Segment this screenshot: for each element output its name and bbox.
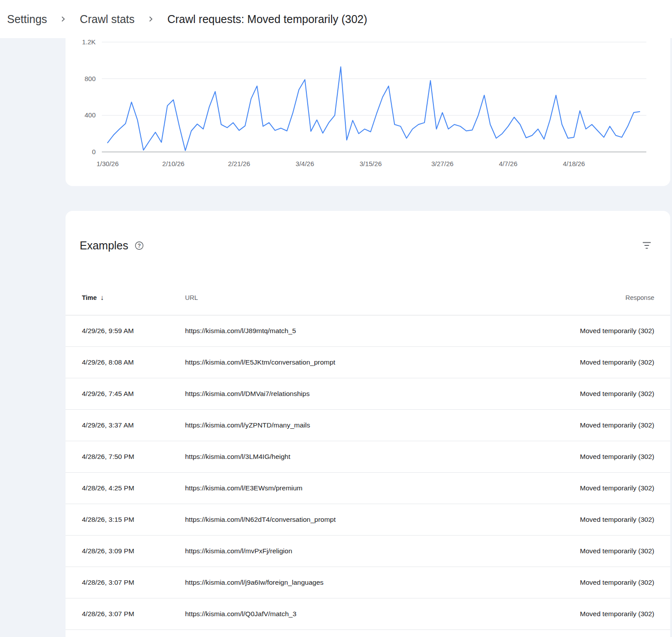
chart-x-tick-label: 2/10/26 — [162, 160, 185, 167]
breadcrumb: Settings Crawl stats Crawl requests: Mov… — [0, 0, 672, 38]
cell-url: https://kismia.com/l/Q0JafV/match_3 — [185, 610, 513, 618]
chart-y-tick-label: 0 — [92, 148, 96, 155]
breadcrumb-item-crawl-stats[interactable]: Crawl stats — [80, 13, 135, 26]
cell-response: Moved temporarily (302) — [513, 358, 654, 366]
table-row: 4/29/26, 9:59 AM https://kismia.com/l/J8… — [66, 315, 670, 347]
cell-url: https://kismia.com/l/mvPxFj/religion — [185, 547, 513, 555]
cell-time: 4/28/26, 3:07 PM — [82, 579, 185, 587]
sort-descending-icon: ↓ — [100, 294, 104, 302]
cell-response: Moved temporarily (302) — [513, 484, 654, 492]
examples-table: Time ↓ URL Response 4/29/26, 9:59 AM htt… — [66, 280, 670, 630]
cell-url: https://kismia.com/l/DMVai7/relationship… — [185, 390, 513, 398]
cell-time: 4/28/26, 3:15 PM — [82, 516, 185, 524]
cell-response: Moved temporarily (302) — [513, 421, 654, 429]
chart-y-tick-label: 400 — [85, 111, 96, 119]
cell-time: 4/28/26, 4:25 PM — [82, 484, 185, 492]
chevron-right-icon — [146, 14, 156, 24]
breadcrumb-item-settings[interactable]: Settings — [7, 13, 47, 26]
cell-response: Moved temporarily (302) — [513, 579, 654, 587]
table-row: 4/28/26, 3:07 PM https://kismia.com/l/j9… — [66, 567, 670, 598]
svg-text:?: ? — [138, 242, 141, 249]
cell-response: Moved temporarily (302) — [513, 547, 654, 555]
table-row: 4/29/26, 3:37 AM https://kismia.com/l/yZ… — [66, 410, 670, 441]
cell-response: Moved temporarily (302) — [513, 453, 654, 461]
table-row: 4/29/26, 8:08 AM https://kismia.com/l/E5… — [66, 347, 670, 378]
chevron-right-icon — [58, 14, 68, 24]
cell-url: https://kismia.com/l/3LM4IG/height — [185, 453, 513, 461]
chart-x-tick-label: 3/15/26 — [359, 160, 382, 167]
table-row: 4/29/26, 7:45 AM https://kismia.com/l/DM… — [66, 378, 670, 410]
cell-url: https://kismia.com/l/E5JKtm/conversation… — [185, 358, 513, 366]
cell-time: 4/28/26, 7:50 PM — [82, 453, 185, 461]
cell-time: 4/29/26, 3:37 AM — [82, 421, 185, 429]
cell-time: 4/29/26, 8:08 AM — [82, 358, 185, 366]
chart-x-tick-label: 3/4/26 — [296, 160, 314, 167]
cell-url: https://kismia.com/l/E3EWsm/premium — [185, 484, 513, 492]
examples-title: Examples — [80, 239, 128, 252]
cell-url: https://kismia.com/l/yZPNTD/many_mails — [185, 421, 513, 429]
table-row: 4/28/26, 3:07 PM https://kismia.com/l/Q0… — [66, 598, 670, 630]
chart-x-tick-label: 1/30/26 — [97, 160, 119, 167]
examples-table-header: Time ↓ URL Response — [66, 280, 670, 315]
chart-x-tick-label: 2/21/26 — [228, 160, 250, 167]
cell-response: Moved temporarily (302) — [513, 516, 654, 524]
chart-x-tick-label: 4/18/26 — [563, 160, 585, 167]
cell-url: https://kismia.com/l/N62dT4/conversation… — [185, 516, 513, 524]
filter-icon[interactable] — [641, 240, 653, 251]
chart-x-tick-label: 4/7/26 — [499, 160, 518, 167]
cell-response: Moved temporarily (302) — [513, 610, 654, 618]
chart-x-tick-label: 3/27/26 — [431, 160, 453, 167]
column-header-time-label: Time — [82, 294, 97, 301]
column-header-time[interactable]: Time ↓ — [82, 294, 185, 302]
breadcrumb-current-page: Crawl requests: Moved temporarily (302) — [167, 13, 367, 26]
cell-response: Moved temporarily (302) — [513, 390, 654, 398]
crawl-requests-chart-card: 04008001.2K1/30/262/10/262/21/263/4/263/… — [66, 38, 670, 186]
cell-url: https://kismia.com/l/J89mtq/match_5 — [185, 327, 513, 335]
chart-line-series — [108, 67, 640, 151]
cell-time: 4/28/26, 3:09 PM — [82, 547, 185, 555]
table-row: 4/28/26, 7:50 PM https://kismia.com/l/3L… — [66, 441, 670, 473]
cell-url: https://kismia.com/l/j9a6Iw/foreign_lang… — [185, 579, 513, 587]
column-header-response[interactable]: Response — [513, 294, 654, 301]
examples-card: Examples ? Time ↓ URL Response — [66, 211, 670, 637]
cell-response: Moved temporarily (302) — [513, 327, 654, 335]
table-row: 4/28/26, 3:15 PM https://kismia.com/l/N6… — [66, 504, 670, 536]
column-header-url[interactable]: URL — [185, 294, 513, 301]
chart-y-tick-label: 800 — [85, 75, 96, 82]
main-content: 04008001.2K1/30/262/10/262/21/263/4/263/… — [66, 38, 670, 637]
cell-time: 4/28/26, 3:07 PM — [82, 610, 185, 618]
help-icon[interactable]: ? — [135, 241, 144, 250]
examples-table-body: 4/29/26, 9:59 AM https://kismia.com/l/J8… — [66, 315, 670, 630]
chart-y-tick-label: 1.2K — [82, 38, 96, 46]
crawl-requests-line-chart[interactable]: 04008001.2K1/30/262/10/262/21/263/4/263/… — [66, 38, 670, 186]
table-row: 4/28/26, 4:25 PM https://kismia.com/l/E3… — [66, 473, 670, 504]
examples-header: Examples ? — [66, 236, 670, 255]
cell-time: 4/29/26, 7:45 AM — [82, 390, 185, 398]
cell-time: 4/29/26, 9:59 AM — [82, 327, 185, 335]
table-row: 4/28/26, 3:09 PM https://kismia.com/l/mv… — [66, 536, 670, 567]
